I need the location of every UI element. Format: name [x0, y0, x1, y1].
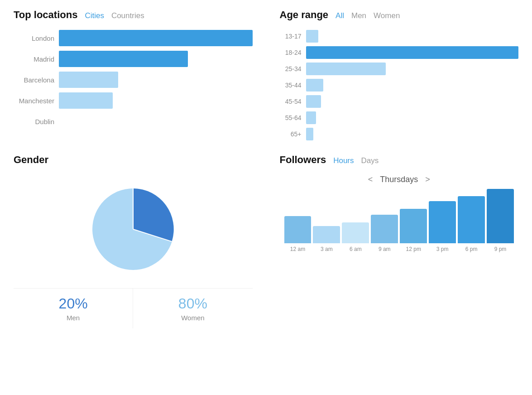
- location-bar-row: Madrid: [14, 51, 253, 67]
- location-bar-label: London: [14, 34, 54, 42]
- tab-women[interactable]: Women: [374, 11, 400, 20]
- followers-nav: < Thursdays >: [280, 175, 519, 184]
- men-stat: 20% Men: [14, 289, 133, 328]
- locations-bar-chart: LondonMadridBarcelonaManchesterDublin: [14, 30, 253, 130]
- age-bar-row: 55-64: [280, 111, 519, 124]
- age-bar-row: 35-44: [280, 79, 519, 92]
- age-bar-track: [306, 79, 519, 92]
- location-bar-track: [59, 113, 253, 130]
- followers-section: Followers Hours Days < Thursdays > 12 am…: [280, 154, 519, 328]
- top-locations-section: Top locations Cities Countries LondonMad…: [14, 9, 253, 140]
- age-bar-label: 25-34: [280, 65, 302, 72]
- followers-bar-col: 6 pm: [458, 196, 485, 252]
- gender-stats: 20% Men 80% Women: [14, 288, 253, 328]
- followers-bar-fill: [458, 196, 485, 243]
- tab-countries[interactable]: Countries: [111, 11, 144, 20]
- age-bar-track: [306, 46, 519, 59]
- location-bar-fill: [59, 30, 253, 46]
- age-range-section: Age range All Men Women 13-1718-2425-343…: [280, 9, 519, 140]
- age-bar-label: 45-54: [280, 98, 302, 105]
- gender-header: Gender: [14, 154, 253, 166]
- followers-bar-label: 12 pm: [406, 246, 421, 252]
- age-bar-row: 25-34: [280, 63, 519, 75]
- age-bar-row: 45-54: [280, 95, 519, 108]
- followers-bar-label: 3 am: [321, 246, 333, 252]
- tab-hours[interactable]: Hours: [333, 156, 354, 165]
- location-bar-track: [59, 72, 253, 88]
- gender-title: Gender: [14, 154, 48, 166]
- location-bar-fill: [59, 51, 188, 67]
- location-bar-track: [59, 92, 253, 109]
- followers-bar-label: 6 pm: [465, 246, 478, 252]
- age-bar-label: 55-64: [280, 114, 302, 121]
- age-bar-track: [306, 95, 519, 108]
- followers-bar-col: 12 am: [284, 216, 312, 252]
- followers-bar-label: 9 pm: [494, 246, 507, 252]
- age-bar-track: [306, 128, 519, 140]
- nav-prev-arrow[interactable]: <: [368, 175, 373, 184]
- age-range-title: Age range: [280, 9, 329, 21]
- tab-cities[interactable]: Cities: [85, 11, 104, 20]
- age-bar-row: 18-24: [280, 46, 519, 59]
- tab-all[interactable]: All: [335, 11, 344, 20]
- nav-next-arrow[interactable]: >: [425, 175, 430, 184]
- top-locations-header: Top locations Cities Countries: [14, 9, 253, 21]
- women-percentage: 80%: [178, 295, 207, 312]
- followers-bar-col: 12 pm: [400, 209, 427, 252]
- age-bar-label: 65+: [280, 130, 302, 138]
- age-bar-fill: [306, 95, 321, 108]
- location-bar-track: [59, 51, 253, 67]
- followers-bar-col: 9 am: [371, 215, 398, 252]
- age-bar-fill: [306, 79, 324, 92]
- age-bar-fill: [306, 46, 519, 59]
- age-bar-chart: 13-1718-2425-3435-4445-5455-6465+: [280, 30, 519, 140]
- followers-bar-fill: [313, 226, 340, 243]
- followers-bar-label: 6 am: [350, 246, 362, 252]
- top-locations-title: Top locations: [14, 9, 77, 21]
- followers-bar-fill: [371, 215, 398, 243]
- age-bar-fill: [306, 63, 386, 75]
- tab-men[interactable]: Men: [351, 11, 366, 20]
- age-bar-track: [306, 63, 519, 75]
- location-bar-label: Dublin: [14, 118, 54, 125]
- followers-bar-fill: [487, 189, 514, 243]
- age-bar-fill: [306, 128, 314, 140]
- men-percentage: 20%: [59, 295, 88, 312]
- gender-section: Gender 20%: [14, 154, 253, 328]
- location-bar-row: Manchester: [14, 92, 253, 109]
- location-bar-row: Dublin: [14, 113, 253, 130]
- age-bar-row: 13-17: [280, 30, 519, 43]
- tab-days[interactable]: Days: [361, 156, 379, 165]
- age-bar-label: 13-17: [280, 33, 302, 40]
- location-bar-label: Barcelona: [14, 76, 54, 84]
- location-bar-label: Manchester: [14, 97, 54, 105]
- age-bar-fill: [306, 111, 316, 124]
- age-bar-label: 18-24: [280, 49, 302, 56]
- location-bar-label: Madrid: [14, 55, 54, 63]
- followers-bar-fill: [429, 201, 456, 243]
- gender-pie-chart: [88, 184, 178, 275]
- followers-bar-label: 12 am: [290, 246, 305, 252]
- gender-content: 20% Men 80% Women: [14, 175, 253, 328]
- location-bar-track: [59, 30, 253, 46]
- women-stat: 80% Women: [133, 289, 252, 328]
- age-bar-track: [306, 111, 519, 124]
- followers-bar-chart: 12 am3 am6 am9 am12 pm3 pm6 pm9 pm: [280, 189, 519, 252]
- followers-bar-fill: [342, 222, 369, 243]
- followers-bar-fill: [400, 209, 427, 243]
- nav-day-label: Thursdays: [380, 175, 418, 184]
- followers-bar-label: 3 pm: [436, 246, 449, 252]
- location-bar-fill: [59, 92, 113, 109]
- women-label: Women: [181, 314, 204, 322]
- age-bar-row: 65+: [280, 128, 519, 140]
- followers-title: Followers: [280, 154, 326, 166]
- age-bar-fill: [306, 30, 319, 43]
- age-bar-label: 35-44: [280, 82, 302, 89]
- location-bar-row: London: [14, 30, 253, 46]
- location-bar-row: Barcelona: [14, 72, 253, 88]
- age-range-header: Age range All Men Women: [280, 9, 519, 21]
- followers-bar-col: 9 pm: [487, 189, 514, 252]
- location-bar-fill: [59, 72, 118, 88]
- age-bar-track: [306, 30, 519, 43]
- followers-bar-col: 3 pm: [429, 201, 456, 252]
